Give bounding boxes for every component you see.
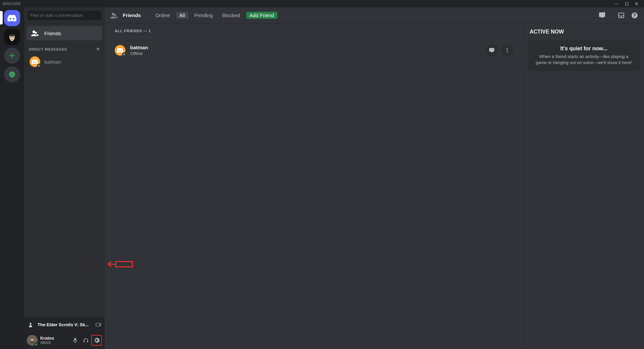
svg-rect-0 xyxy=(615,4,618,4)
close-button[interactable] xyxy=(632,0,641,7)
deafen-button[interactable] xyxy=(80,335,91,346)
dm-search-wrap xyxy=(24,7,105,23)
home-selected-pill xyxy=(0,11,3,24)
svg-rect-10 xyxy=(84,341,85,342)
active-now-panel: ACTIVE NOW It's quiet for now... When a … xyxy=(523,23,644,349)
dm-item-name: batman xyxy=(44,59,61,65)
microphone-icon xyxy=(72,337,78,343)
top-right-icons xyxy=(598,11,639,19)
friend-row[interactable]: batman Offline xyxy=(115,40,517,61)
mute-button[interactable] xyxy=(70,335,80,346)
inbox-button[interactable] xyxy=(617,11,625,19)
svg-rect-4 xyxy=(13,37,14,38)
svg-rect-12 xyxy=(619,13,624,18)
more-vertical-icon xyxy=(504,47,510,53)
header-divider xyxy=(146,12,147,19)
server-item-batman[interactable] xyxy=(4,29,20,45)
svg-rect-3 xyxy=(10,37,11,38)
help-icon xyxy=(631,12,638,19)
friends-icon xyxy=(31,29,39,37)
status-online-icon xyxy=(34,342,38,346)
active-now-card-body: When a friend starts an activity—like pl… xyxy=(534,54,634,66)
maximize-button[interactable] xyxy=(622,0,631,7)
top-bar: Friends Online All Pending Blocked Add F… xyxy=(105,7,644,23)
svg-rect-8 xyxy=(31,338,34,339)
friend-info: batman Offline xyxy=(130,45,148,56)
plus-icon xyxy=(9,53,15,59)
gear-icon xyxy=(94,337,100,343)
user-tag: #8018 xyxy=(40,341,54,345)
explore-servers-button[interactable] xyxy=(4,66,20,82)
svg-rect-11 xyxy=(87,341,88,342)
friend-actions xyxy=(486,44,513,56)
active-now-card-title: It's quiet for now... xyxy=(534,46,634,52)
game-icon xyxy=(27,321,34,329)
user-controls xyxy=(70,335,102,346)
window-controls xyxy=(612,0,641,7)
more-friend-button[interactable] xyxy=(501,44,513,56)
dm-item[interactable]: batman xyxy=(27,55,102,69)
message-friend-button[interactable] xyxy=(486,44,498,56)
dm-scroll: Friends DIRECT MESSAGES + batman xyxy=(24,23,105,317)
active-now-title: ACTIVE NOW xyxy=(528,29,640,39)
minimize-button[interactable] xyxy=(612,0,621,7)
main-body: ALL FRIENDS — 1 batman Offline xyxy=(105,23,644,349)
server-rail xyxy=(0,7,24,349)
stream-button[interactable] xyxy=(95,321,102,329)
help-button[interactable] xyxy=(631,11,639,19)
inbox-icon xyxy=(618,12,625,19)
new-dm-icon xyxy=(598,11,606,19)
svg-rect-6 xyxy=(96,323,100,326)
dm-section-header: DIRECT MESSAGES + xyxy=(27,46,102,53)
create-dm-button[interactable]: + xyxy=(96,46,100,53)
headphones-icon xyxy=(83,337,89,343)
svg-point-15 xyxy=(506,48,507,49)
add-friend-button[interactable]: Add Friend xyxy=(246,12,277,19)
friends-nav-item[interactable]: Friends xyxy=(27,26,102,40)
batman-avatar-icon xyxy=(6,31,18,43)
user-avatar[interactable] xyxy=(27,335,38,346)
tab-online[interactable]: Online xyxy=(152,12,173,19)
search-input[interactable] xyxy=(28,11,101,20)
all-friends-count: ALL FRIENDS — 1 xyxy=(115,29,517,37)
dm-bottom: The Elder Scrolls V: Sk... Kratos #8018 xyxy=(24,317,105,349)
dm-section-title: DIRECT MESSAGES xyxy=(29,47,67,51)
activity-title: The Elder Scrolls V: Sk... xyxy=(38,322,91,327)
discord-logo-icon xyxy=(7,15,17,21)
toolbar-divider xyxy=(611,12,612,19)
active-now-card: It's quiet for now... When a friend star… xyxy=(528,40,640,71)
add-server-button[interactable] xyxy=(4,48,20,64)
friends-nav-label: Friends xyxy=(44,31,61,36)
svg-point-17 xyxy=(506,51,507,52)
friends-header-label: Friends xyxy=(123,12,141,18)
dm-avatar xyxy=(30,56,40,67)
friend-name: batman xyxy=(130,45,148,50)
svg-point-14 xyxy=(634,17,635,17)
main-panel: Friends Online All Pending Blocked Add F… xyxy=(105,7,644,349)
new-group-dm-button[interactable] xyxy=(598,11,606,19)
friend-status: Offline xyxy=(130,51,148,56)
compass-icon xyxy=(9,71,15,78)
activity-panel[interactable]: The Elder Scrolls V: Sk... xyxy=(24,317,105,332)
friends-list: ALL FRIENDS — 1 batman Offline xyxy=(105,23,523,349)
user-info[interactable]: Kratos #8018 xyxy=(40,336,54,345)
svg-rect-9 xyxy=(74,338,76,341)
tab-all[interactable]: All xyxy=(176,12,189,19)
friend-avatar xyxy=(115,45,125,56)
status-offline-icon xyxy=(122,52,126,56)
user-settings-button[interactable] xyxy=(91,335,102,346)
home-server-button[interactable] xyxy=(4,10,20,26)
title-bar: DISCORD xyxy=(0,0,644,7)
app-brand: DISCORD xyxy=(3,2,21,6)
user-panel: Kratos #8018 xyxy=(24,332,105,349)
dm-column: Friends DIRECT MESSAGES + batman The Eld… xyxy=(24,7,105,349)
svg-point-16 xyxy=(506,50,507,51)
user-name: Kratos xyxy=(40,336,54,341)
message-icon xyxy=(489,47,495,53)
svg-rect-1 xyxy=(625,2,628,5)
status-offline-icon xyxy=(37,64,41,68)
svg-point-2 xyxy=(9,34,15,36)
tab-blocked[interactable]: Blocked xyxy=(219,12,243,19)
friends-header-icon xyxy=(110,11,118,19)
tab-pending[interactable]: Pending xyxy=(191,12,216,19)
